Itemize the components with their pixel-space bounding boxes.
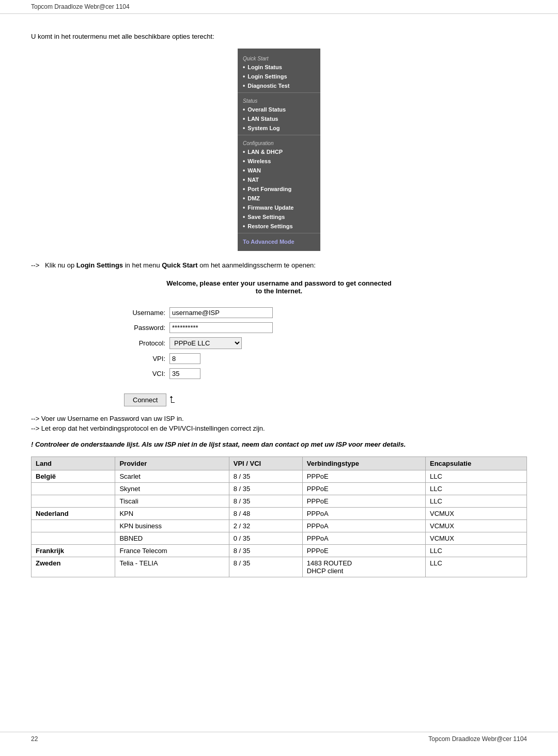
- menu-item-system-log: System Log: [238, 123, 320, 133]
- table-cell-vpi-vci: 8 / 35: [229, 495, 302, 508]
- menu-item-lan-dhcp: LAN & DHCP: [238, 147, 320, 156]
- footer-right-text: Topcom Draadloze Webr@cer 1104: [428, 735, 527, 743]
- table-cell-land: [32, 483, 115, 495]
- instruction-line2: --> Let erop dat het verbindingsprotocol…: [31, 424, 527, 432]
- table-cell-encapsulatie: LLC: [425, 557, 526, 577]
- menu-item-nat: NAT: [238, 175, 320, 184]
- table-cell-encapsulatie: LLC: [425, 545, 526, 557]
- protocol-row: Protocol: PPPoE LLC PPPoA VCMUX PPPoE VC…: [124, 337, 527, 349]
- password-input[interactable]: [169, 322, 273, 333]
- table-cell-verbindingstype: PPPoA: [302, 520, 425, 532]
- username-input[interactable]: [169, 307, 273, 318]
- col-header-vpi-vci: VPI / VCI: [229, 457, 302, 470]
- table-cell-vpi-vci: 2 / 32: [229, 520, 302, 532]
- menu-divider-3: [238, 233, 320, 233]
- menu-item-save-settings: Save Settings: [238, 212, 320, 222]
- table-cell-land: België: [32, 470, 115, 483]
- arrow-bold1: Login Settings: [76, 261, 123, 269]
- menu-item-advanced-mode: To Advanced Mode: [238, 235, 320, 247]
- table-cell-verbindingstype: PPPoE: [302, 483, 425, 495]
- router-menu: Quick Start Login Status Login Settings …: [238, 49, 320, 251]
- menu-section-configuration: Configuration: [238, 137, 320, 147]
- table-cell-verbindingstype: PPPoE: [302, 545, 425, 557]
- password-label: Password:: [124, 324, 165, 332]
- table-cell-vpi-vci: 8 / 35: [229, 483, 302, 495]
- table-cell-provider: KPN: [115, 508, 229, 520]
- menu-section-status: Status: [238, 95, 320, 105]
- menu-divider-1: [238, 92, 320, 93]
- table-cell-provider: Scarlet: [115, 470, 229, 483]
- warning-text: ! Controleer de onderstaande lijst. Als …: [31, 440, 527, 448]
- vci-row: VCI:: [124, 368, 527, 379]
- password-row: Password:: [124, 322, 527, 333]
- menu-item-login-settings: Login Settings: [238, 72, 320, 81]
- header-bar: Topcom Draadloze Webr@cer 1104: [0, 0, 558, 14]
- username-row: Username:: [124, 307, 527, 318]
- table-cell-provider: Telia - TELIA: [115, 557, 229, 577]
- table-cell-vpi-vci: 0 / 35: [229, 532, 302, 545]
- instruction-line1: --> Voer uw Username en Password van uw …: [31, 415, 527, 422]
- footer-bar: 22 Topcom Draadloze Webr@cer 1104: [0, 732, 558, 746]
- table-cell-encapsulatie: VCMUX: [425, 508, 526, 520]
- menu-divider-2: [238, 135, 320, 135]
- table-cell-verbindingstype: 1483 ROUTEDDHCP client: [302, 557, 425, 577]
- welcome-line2: to the Internet.: [31, 287, 527, 295]
- col-header-verbindingstype: Verbindingstype: [302, 457, 425, 470]
- menu-image-wrapper: Quick Start Login Status Login Settings …: [31, 49, 527, 251]
- table-cell-encapsulatie: LLC: [425, 483, 526, 495]
- connect-button-area: Connect ⮤: [124, 389, 527, 406]
- menu-item-wan: WAN: [238, 166, 320, 175]
- arrow-text-before: --> Klik nu op: [31, 261, 76, 269]
- vci-label: VCI:: [124, 370, 165, 377]
- table-cell-vpi-vci: 8 / 35: [229, 470, 302, 483]
- welcome-line1: Welcome, please enter your username and …: [31, 279, 527, 287]
- table-cell-land: [32, 532, 115, 545]
- table-cell-provider: BBNED: [115, 532, 229, 545]
- table-cell-land: [32, 520, 115, 532]
- table-cell-encapsulatie: LLC: [425, 495, 526, 508]
- vpi-row: VPI:: [124, 353, 527, 364]
- col-header-provider: Provider: [115, 457, 229, 470]
- isp-table: Land Provider VPI / VCI Verbindingstype …: [31, 456, 527, 577]
- menu-item-overall-status: Overall Status: [238, 105, 320, 114]
- menu-item-diagnostic-test: Diagnostic Test: [238, 81, 320, 90]
- col-header-encapsulatie: Encapsulatie: [425, 457, 526, 470]
- table-cell-verbindingstype: PPPoA: [302, 508, 425, 520]
- arrow-instruction: --> Klik nu op Login Settings in het men…: [31, 261, 527, 269]
- instructions: --> Voer uw Username en Password van uw …: [31, 415, 527, 432]
- menu-item-lan-status: LAN Status: [238, 114, 320, 123]
- table-cell-land: [32, 495, 115, 508]
- table-cell-encapsulatie: VCMUX: [425, 520, 526, 532]
- col-header-land: Land: [32, 457, 115, 470]
- table-cell-land: Frankrijk: [32, 545, 115, 557]
- cursor-indicator: ⮤: [168, 395, 177, 404]
- menu-item-login-status: Login Status: [238, 62, 320, 72]
- table-cell-land: Zweden: [32, 557, 115, 577]
- vpi-input[interactable]: [169, 353, 200, 364]
- header-title: Topcom Draadloze Webr@cer 1104: [31, 3, 130, 10]
- menu-item-wireless: Wireless: [238, 156, 320, 166]
- menu-item-firmware-update: Firmware Update: [238, 203, 320, 212]
- vpi-label: VPI:: [124, 355, 165, 363]
- table-cell-vpi-vci: 8 / 35: [229, 557, 302, 577]
- table-cell-provider: KPN business: [115, 520, 229, 532]
- menu-section-quick-start: Quick Start: [238, 53, 320, 62]
- arrow-bold2: Quick Start: [162, 261, 197, 269]
- connect-button[interactable]: Connect: [124, 393, 166, 406]
- protocol-select[interactable]: PPPoE LLC PPPoA VCMUX PPPoE VCMUX PPPoA …: [169, 337, 242, 349]
- vci-input[interactable]: [169, 368, 200, 379]
- intro-text: U komt in het routermenu met alle beschi…: [31, 33, 527, 40]
- table-cell-vpi-vci: 8 / 35: [229, 545, 302, 557]
- table-cell-encapsulatie: LLC: [425, 470, 526, 483]
- table-cell-encapsulatie: VCMUX: [425, 532, 526, 545]
- table-cell-vpi-vci: 8 / 48: [229, 508, 302, 520]
- table-cell-land: Nederland: [32, 508, 115, 520]
- table-cell-provider: Tiscali: [115, 495, 229, 508]
- arrow-text-middle: in het menu: [123, 261, 162, 269]
- menu-item-port-forwarding: Port Forwarding: [238, 184, 320, 194]
- table-cell-provider: France Telecom: [115, 545, 229, 557]
- welcome-box: Welcome, please enter your username and …: [31, 279, 527, 295]
- menu-item-dmz: DMZ: [238, 194, 320, 203]
- menu-item-restore-settings: Restore Settings: [238, 222, 320, 231]
- arrow-text-after: om het aanmeldingsscherm te openen:: [198, 261, 316, 269]
